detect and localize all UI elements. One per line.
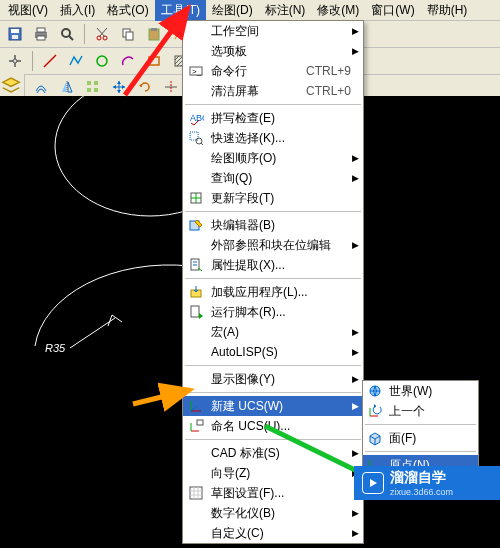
menu-item[interactable]: 自定义(C)▶ [183, 523, 363, 543]
menu-item-label: 选项板 [211, 43, 247, 60]
menu-item-label: 运行脚本(R)... [211, 304, 286, 321]
svg-line-55 [191, 406, 197, 411]
svg-rect-1 [11, 29, 19, 33]
pan-icon[interactable] [4, 50, 26, 72]
menu-item-label: 向导(Z) [211, 465, 250, 482]
menu-format[interactable]: 格式(O) [101, 0, 154, 21]
preview-icon[interactable] [56, 23, 78, 45]
menu-item-label: 清洁屏幕 [211, 83, 259, 100]
submenu-item[interactable]: 世界(W) [363, 381, 478, 401]
menu-item-label: 拼写检查(E) [211, 110, 275, 127]
svg-rect-2 [12, 35, 18, 39]
menu-window[interactable]: 窗口(W) [365, 0, 420, 21]
submenu-arrow-icon: ▶ [352, 153, 359, 163]
menu-modify[interactable]: 修改(M) [311, 0, 365, 21]
menu-draw[interactable]: 绘图(D) [206, 0, 259, 21]
submenu-item[interactable]: 面(F) [363, 428, 478, 448]
menu-item-label: 命名 UCS(U)... [211, 418, 290, 435]
menu-item[interactable]: 选项板▶ [183, 41, 363, 61]
trim-icon[interactable] [160, 76, 182, 98]
menu-item[interactable]: 草图设置(F)... [183, 483, 363, 503]
mirror-icon[interactable] [56, 76, 78, 98]
menu-item[interactable]: 宏(A)▶ [183, 322, 363, 342]
svg-point-19 [97, 56, 107, 66]
rotate-icon[interactable] [134, 76, 156, 98]
submenu-arrow-icon: ▶ [352, 46, 359, 56]
submenu-arrow-icon: ▶ [352, 374, 359, 384]
menu-item-label: CAD 标准(S) [211, 445, 280, 462]
watermark-brand: 溜溜自学 [390, 469, 453, 487]
menu-item[interactable]: 块编辑器(B) [183, 215, 363, 235]
offset-icon[interactable] [30, 76, 52, 98]
menu-item[interactable]: 数字化仪(B)▶ [183, 503, 363, 523]
menu-item[interactable]: 绘图顺序(O)▶ [183, 148, 363, 168]
polyline-icon[interactable] [65, 50, 87, 72]
submenu-arrow-icon: ▶ [352, 173, 359, 183]
menu-help[interactable]: 帮助(H) [421, 0, 474, 21]
menu-item[interactable]: 快速选择(K)... [183, 128, 363, 148]
menu-item[interactable]: 向导(Z)▶ [183, 463, 363, 483]
paste-icon[interactable] [143, 23, 165, 45]
menu-view[interactable]: 视图(V) [2, 0, 54, 21]
world-icon [366, 382, 384, 400]
svg-marker-63 [374, 404, 376, 408]
layer-icon[interactable] [0, 74, 22, 96]
menu-item[interactable]: 清洁屏幕CTRL+0 [183, 81, 363, 101]
submenu-arrow-icon: ▶ [352, 327, 359, 337]
submenu-item-label: 面(F) [389, 430, 416, 447]
svg-marker-52 [199, 313, 203, 319]
face-icon [366, 429, 384, 447]
submenu-arrow-icon: ▶ [352, 26, 359, 36]
rect-icon[interactable] [143, 50, 165, 72]
menu-item-label: 草图设置(F)... [211, 485, 284, 502]
menu-item[interactable]: 工作空间▶ [183, 21, 363, 41]
menu-item[interactable]: AutoLISP(S)▶ [183, 342, 363, 362]
move-icon[interactable] [108, 76, 130, 98]
svg-line-7 [69, 36, 73, 40]
svg-point-17 [13, 59, 17, 63]
submenu-arrow-icon: ▶ [352, 528, 359, 538]
menu-dim[interactable]: 标注(N) [259, 0, 312, 21]
submenu-arrow-icon: ▶ [352, 240, 359, 250]
arc-icon[interactable] [117, 50, 139, 72]
radius-label: R35 [45, 342, 66, 354]
tools-dropdown: 工作空间▶选项板▶>_命令行CTRL+9清洁屏幕CTRL+0ABC拼写检查(E)… [182, 20, 364, 544]
menu-item[interactable]: 查询(Q)▶ [183, 168, 363, 188]
menu-item[interactable]: ABC拼写检查(E) [183, 108, 363, 128]
menu-insert[interactable]: 插入(I) [54, 0, 101, 21]
submenu-item[interactable]: 上一个 [363, 401, 478, 421]
svg-rect-51 [191, 306, 199, 317]
menu-item[interactable]: 运行脚本(R)... [183, 302, 363, 322]
cut-icon[interactable] [91, 23, 113, 45]
menu-item-label: 查询(Q) [211, 170, 252, 187]
bedit-icon [187, 216, 205, 234]
print-icon[interactable] [30, 23, 52, 45]
submenu-item-label: 上一个 [389, 403, 425, 420]
menu-item[interactable]: 外部参照和块在位编辑▶ [183, 235, 363, 255]
menu-item[interactable]: 更新字段(T) [183, 188, 363, 208]
menu-item[interactable]: >_命令行CTRL+9 [183, 61, 363, 81]
menu-item-label: 加载应用程序(L)... [211, 284, 308, 301]
run-icon [187, 303, 205, 321]
menu-item[interactable]: 命名 UCS(U)... [183, 416, 363, 436]
save-icon[interactable] [4, 23, 26, 45]
menu-item-label: 工作空间 [211, 23, 259, 40]
menu-item[interactable]: 属性提取(X)... [183, 255, 363, 275]
menu-item[interactable]: 加载应用程序(L)... [183, 282, 363, 302]
circle-icon[interactable] [91, 50, 113, 72]
copy-icon[interactable] [117, 23, 139, 45]
app-window: { "menubar": { "items": ["视图(V)","插入(I)"… [0, 0, 500, 548]
menu-item[interactable]: 显示图像(Y)▶ [183, 369, 363, 389]
line-icon[interactable] [39, 50, 61, 72]
menu-item[interactable]: 新建 UCS(W)▶ [183, 396, 363, 416]
menu-shortcut: CTRL+9 [306, 64, 351, 78]
menu-item[interactable]: CAD 标准(S)▶ [183, 443, 363, 463]
svg-line-18 [44, 55, 56, 67]
menu-tools[interactable]: 工具(T) [155, 0, 206, 21]
svg-rect-58 [197, 420, 203, 425]
svg-rect-4 [37, 28, 45, 32]
ucs-icon [187, 397, 205, 415]
array-icon[interactable] [82, 76, 104, 98]
menu-item-label: 快速选择(K)... [211, 130, 285, 147]
svg-rect-29 [94, 88, 98, 92]
